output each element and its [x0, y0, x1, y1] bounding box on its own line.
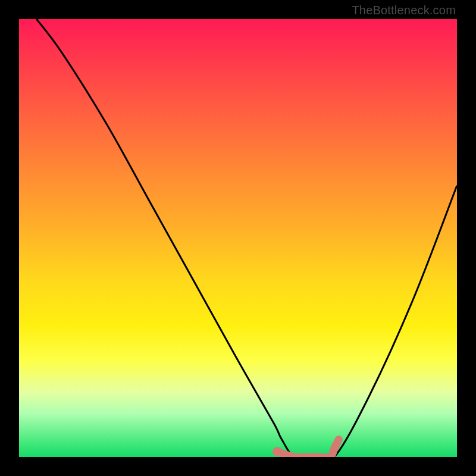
chart-svg — [19, 19, 457, 457]
optimal-point-marker — [273, 447, 282, 456]
attribution-text: TheBottleneck.com — [352, 4, 456, 17]
chart-container: TheBottleneck.com — [0, 0, 476, 476]
plot-area — [19, 19, 457, 457]
bottleneck-curve-path — [36, 19, 457, 457]
